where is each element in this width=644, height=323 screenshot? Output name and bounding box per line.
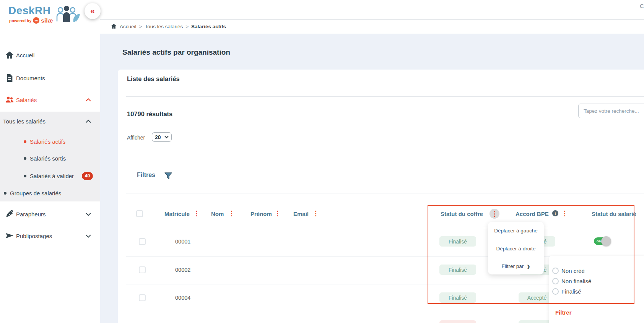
- column-menu-icon[interactable]: ⋮: [193, 210, 200, 217]
- sidebar: DeskRH powered by ae silæ Accueil Docume…: [0, 0, 100, 323]
- breadcrumb-accueil[interactable]: Accueil: [120, 24, 137, 29]
- sidebar-item-salaries[interactable]: Salariés: [0, 94, 100, 106]
- silae-badge-icon: ae: [33, 17, 39, 24]
- divider: [126, 193, 644, 193]
- row-checkbox[interactable]: [139, 294, 146, 301]
- menu-item-filtrer-par[interactable]: Filtrer par❯: [488, 263, 544, 269]
- sidebar-item-salaries-a-valider[interactable]: Salariés à valider 40: [0, 170, 100, 182]
- breadcrumb-current: Salariés actifs: [191, 24, 226, 29]
- chevron-down-icon: [164, 136, 169, 138]
- column-menu-icon[interactable]: ⋮: [228, 210, 235, 217]
- select-all-checkbox[interactable]: [136, 210, 143, 217]
- chevron-up-icon: [86, 98, 91, 102]
- sidebar-item-salaries-sortis[interactable]: Salariés sortis: [0, 153, 100, 164]
- chevron-right-icon: ❯: [527, 264, 530, 269]
- radio-finalise[interactable]: [552, 288, 559, 295]
- funnel-icon[interactable]: [164, 171, 173, 180]
- coffre-status-badge: Finalisé: [439, 292, 476, 303]
- column-header-statut-coffre[interactable]: Statut du coffre: [441, 211, 483, 217]
- home-icon: [5, 51, 14, 59]
- pen-icon: [5, 210, 14, 218]
- results-count: 10790 résultats: [127, 110, 172, 118]
- coffre-status-badge: Finalisé: [439, 265, 476, 275]
- filter-submenu: Non créé Non finalisé Finalisé Filtrer: [549, 256, 644, 323]
- column-header-email[interactable]: Email: [293, 211, 309, 217]
- column-header-matricule[interactable]: Matricule: [164, 211, 190, 217]
- bullet-icon: [24, 175, 26, 177]
- page-size-label: Afficher: [127, 135, 145, 141]
- column-header-accord-bpe[interactable]: Accord BPE: [516, 211, 549, 217]
- card-title: Liste des salariés: [127, 75, 180, 83]
- sidebar-header-divider: [0, 24, 100, 24]
- row-divider: [126, 228, 644, 228]
- column-header-statut-salarie[interactable]: Statut du salarié: [592, 211, 636, 217]
- radio-non-cree[interactable]: [552, 268, 559, 274]
- silae-logo: silæ: [41, 17, 53, 24]
- pending-count-badge: 40: [82, 172, 93, 180]
- search-input[interactable]: [578, 104, 644, 118]
- radio-non-finalise[interactable]: [552, 278, 559, 284]
- info-icon[interactable]: i: [552, 210, 558, 216]
- sidebar-item-publipostages[interactable]: Publipostages: [0, 230, 100, 242]
- powered-by-label: powered by: [9, 18, 31, 23]
- coffre-status-badge-partial: [439, 320, 476, 323]
- filtrer-button[interactable]: Filtrer: [555, 309, 572, 316]
- radio-label[interactable]: Non créé: [561, 268, 585, 274]
- filters-label: Filtres: [137, 172, 155, 179]
- document-icon: [5, 74, 14, 82]
- sidebar-item-groupes-de-salaries[interactable]: Groupes de salariés: [0, 187, 100, 199]
- bullet-icon: [4, 192, 7, 195]
- column-menu-icon-active[interactable]: ⋮: [490, 209, 499, 219]
- row-checkbox[interactable]: [139, 238, 146, 245]
- coffre-status-badge: Finalisé: [439, 236, 476, 247]
- sidebar-item-documents[interactable]: Documents: [0, 72, 100, 84]
- column-context-menu: Déplacer à gauche Déplacer à droite Filt…: [488, 222, 544, 274]
- divider: [126, 96, 644, 97]
- radio-label[interactable]: Non finalisé: [561, 278, 591, 284]
- cell-matricule: 00004: [175, 295, 190, 301]
- menu-item-deplacer-droite[interactable]: Déplacer à droite: [488, 246, 544, 252]
- sidebar-item-salaries-actifs[interactable]: Salariés actifs: [0, 136, 100, 147]
- menu-item-deplacer-gauche[interactable]: Déplacer à gauche: [488, 228, 544, 234]
- page-size-value: 20: [155, 134, 161, 140]
- chevron-down-icon: [86, 234, 91, 238]
- top-bar: [100, 0, 644, 20]
- people-logo-icon: [56, 5, 80, 24]
- chevron-up-icon: [86, 120, 91, 123]
- breadcrumb-separator: >: [185, 24, 189, 29]
- column-menu-icon[interactable]: ⋮: [312, 210, 319, 217]
- column-menu-icon[interactable]: ⋮: [274, 210, 281, 217]
- breadcrumb: Accueil>Tous les salariés>Salariés actif…: [120, 24, 226, 29]
- powered-by: powered by ae silæ: [9, 17, 53, 24]
- send-icon: [5, 232, 14, 240]
- topbar-partial-glyph: C: [640, 3, 644, 9]
- sidebar-item-accueil[interactable]: Accueil: [0, 49, 100, 61]
- chevron-down-icon: [86, 213, 91, 216]
- home-icon: [111, 23, 117, 29]
- bullet-icon: [24, 140, 26, 143]
- row-checkbox[interactable]: [139, 266, 146, 273]
- toggle-knob[interactable]: [601, 236, 611, 246]
- breadcrumb-tous-les-salaries[interactable]: Tous les salariés: [145, 24, 183, 29]
- page-size-select[interactable]: 20: [152, 132, 172, 142]
- bullet-icon: [24, 157, 26, 160]
- page-title: Salariés actifs par organisation: [122, 48, 230, 57]
- sidebar-collapse-button[interactable]: «: [85, 3, 101, 19]
- cell-matricule: 00002: [175, 267, 190, 273]
- app-logo: DeskRH: [8, 5, 50, 17]
- breadcrumb-separator: >: [139, 24, 142, 29]
- radio-label[interactable]: Finalisé: [561, 288, 581, 295]
- column-header-prenom[interactable]: Prénom: [250, 211, 272, 217]
- sidebar-item-tous-les-salaries[interactable]: Tous les salariés: [0, 115, 100, 127]
- column-menu-icon[interactable]: ⋮: [561, 210, 568, 217]
- people-icon: [5, 96, 14, 104]
- app-root: C Accueil>Tous les salariés>Salariés act…: [0, 0, 644, 323]
- column-header-nom[interactable]: Nom: [211, 211, 224, 217]
- sidebar-item-parapheurs[interactable]: Parapheurs: [0, 208, 100, 220]
- cell-matricule: 00001: [175, 239, 190, 245]
